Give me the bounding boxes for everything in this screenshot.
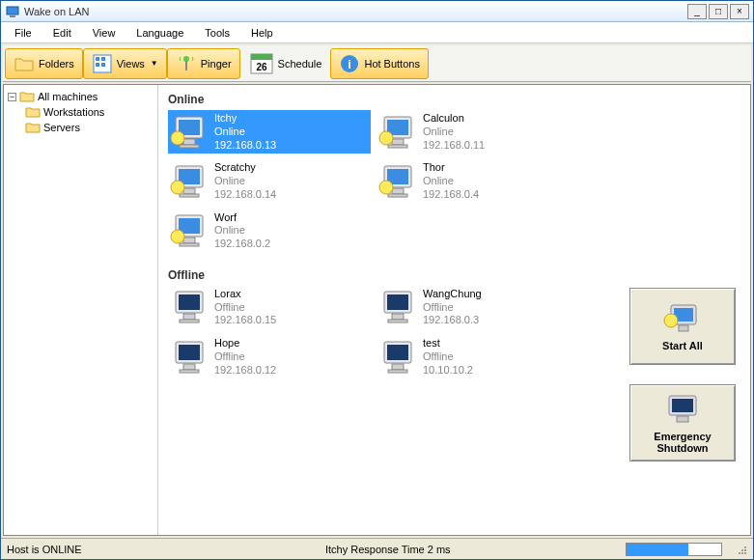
hot-buttons-panel: Start All Emergency Shutdown	[615, 85, 750, 535]
toolbar-schedule[interactable]: 26 Schedule	[240, 48, 331, 79]
machine-text: Itchy Online 192.168.0.13	[214, 112, 276, 152]
monitor-off-icon	[663, 392, 702, 427]
toolbar-views[interactable]: Views ▼	[83, 48, 167, 79]
machine-name: Thor	[423, 161, 479, 175]
machine-item[interactable]: Worf Online 192.168.0.2	[168, 210, 371, 253]
folder-tree: − All machines Workstations Servers	[4, 85, 158, 535]
app-icon	[5, 4, 20, 19]
svg-rect-41	[183, 314, 195, 320]
machine-item[interactable]: test Offline 10.10.10.2	[377, 335, 579, 378]
emergency-shutdown-button[interactable]: Emergency Shutdown	[629, 384, 736, 462]
machine-item[interactable]: Thor Online 192.168.0.4	[377, 159, 579, 203]
svg-rect-53	[392, 364, 404, 370]
folder-icon	[25, 121, 41, 134]
window-title: Wake on LAN	[24, 6, 687, 17]
svg-point-67	[744, 546, 746, 548]
svg-rect-5	[96, 63, 99, 67]
monitor-icon	[378, 162, 417, 201]
machine-ip: 192.168.0.4	[423, 188, 479, 202]
status-progress	[626, 543, 722, 556]
svg-text:i: i	[349, 57, 352, 71]
svg-rect-8	[185, 61, 187, 70]
status-response: Itchy Response Time 2 ms	[325, 544, 626, 555]
svg-rect-1	[10, 15, 15, 17]
svg-rect-27	[180, 194, 199, 197]
tree-root[interactable]: − All machines	[8, 89, 154, 104]
menu-edit[interactable]: Edit	[43, 24, 81, 42]
svg-point-38	[171, 230, 184, 243]
machine-text: test Offline 10.10.10.2	[423, 337, 473, 377]
svg-rect-60	[672, 399, 693, 412]
expander-icon[interactable]: −	[8, 93, 16, 101]
svg-rect-48	[179, 345, 200, 360]
svg-rect-4	[101, 57, 105, 61]
monitor-icon	[170, 288, 209, 326]
svg-rect-46	[388, 320, 407, 322]
machine-item[interactable]: Scratchy Online 192.168.0.14	[168, 159, 371, 203]
menubar: File Edit View Language Tools Help	[1, 22, 753, 43]
svg-rect-37	[180, 243, 199, 246]
machine-ip: 10.10.10.2	[423, 364, 473, 378]
svg-point-65	[739, 552, 740, 554]
svg-rect-49	[183, 364, 195, 370]
tree-workstations-label: Workstations	[43, 106, 104, 118]
tree-servers[interactable]: Servers	[25, 120, 154, 135]
folder-icon	[25, 105, 41, 119]
statusbar: Host is ONLINE Itchy Response Time 2 ms	[1, 538, 753, 559]
menu-view[interactable]: View	[83, 24, 126, 42]
menu-file[interactable]: File	[5, 24, 42, 42]
menu-help[interactable]: Help	[241, 24, 283, 42]
machine-status: Online	[214, 175, 276, 188]
machine-text: Lorax Offline 192.168.0.15	[214, 288, 276, 327]
svg-rect-44	[387, 294, 408, 310]
svg-point-28	[171, 181, 184, 194]
calendar-icon: 26	[249, 52, 274, 75]
svg-rect-32	[388, 194, 407, 197]
resize-grip-icon[interactable]	[736, 544, 747, 555]
minimize-button[interactable]: _	[687, 4, 707, 19]
monitor-icon	[170, 162, 209, 201]
svg-point-64	[744, 549, 746, 551]
toolbar-folders-label: Folders	[39, 58, 74, 70]
monitor-icon	[378, 338, 417, 377]
folder-icon	[14, 53, 35, 74]
chevron-down-icon: ▼	[151, 59, 158, 68]
menu-tools[interactable]: Tools	[195, 24, 239, 42]
machine-status: Offline	[214, 350, 276, 364]
tree-workstations[interactable]: Workstations	[25, 104, 154, 120]
machine-item[interactable]: Calculon Online 192.168.0.11	[377, 110, 579, 154]
machine-item[interactable]: Lorax Offline 192.168.0.15	[168, 286, 371, 329]
close-button[interactable]: ×	[730, 4, 749, 19]
toolbar-pinger[interactable]: Pinger	[167, 48, 240, 79]
maximize-button[interactable]: □	[709, 4, 728, 19]
svg-rect-10	[251, 54, 272, 60]
svg-rect-61	[677, 416, 688, 422]
menu-language[interactable]: Language	[126, 24, 193, 42]
machine-item[interactable]: Itchy Online 192.168.0.13	[168, 110, 371, 154]
toolbar-hotbuttons[interactable]: i Hot Buttons	[330, 48, 428, 79]
svg-point-18	[171, 131, 184, 145]
machine-name: WangChung	[423, 288, 482, 301]
titlebar: Wake on LAN _ □ ×	[1, 1, 753, 22]
machine-text: Thor Online 192.168.0.4	[423, 161, 479, 201]
machine-item[interactable]: WangChung Offline 192.168.0.3	[377, 286, 579, 329]
machine-text: Calculon Online 192.168.0.11	[423, 112, 485, 152]
svg-rect-45	[392, 314, 404, 320]
machine-status: Offline	[214, 301, 276, 315]
svg-rect-6	[101, 63, 105, 67]
start-all-button[interactable]: Start All	[629, 288, 736, 365]
svg-rect-22	[388, 145, 407, 148]
monitor-icon	[170, 211, 209, 250]
toolbar-schedule-label: Schedule	[278, 58, 322, 70]
svg-rect-3	[96, 57, 99, 61]
svg-rect-54	[388, 370, 407, 373]
machine-item[interactable]: Hope Offline 192.168.0.12	[168, 335, 371, 378]
svg-point-66	[741, 549, 743, 551]
machine-ip: 192.168.0.15	[214, 314, 276, 327]
machine-ip: 192.168.0.14	[214, 188, 276, 202]
toolbar-folders[interactable]: Folders	[5, 48, 83, 79]
machine-text: Hope Offline 192.168.0.12	[214, 337, 276, 377]
machine-text: Worf Online 192.168.0.2	[214, 211, 270, 251]
group-header-online: Online	[168, 89, 605, 110]
svg-point-62	[744, 552, 746, 554]
